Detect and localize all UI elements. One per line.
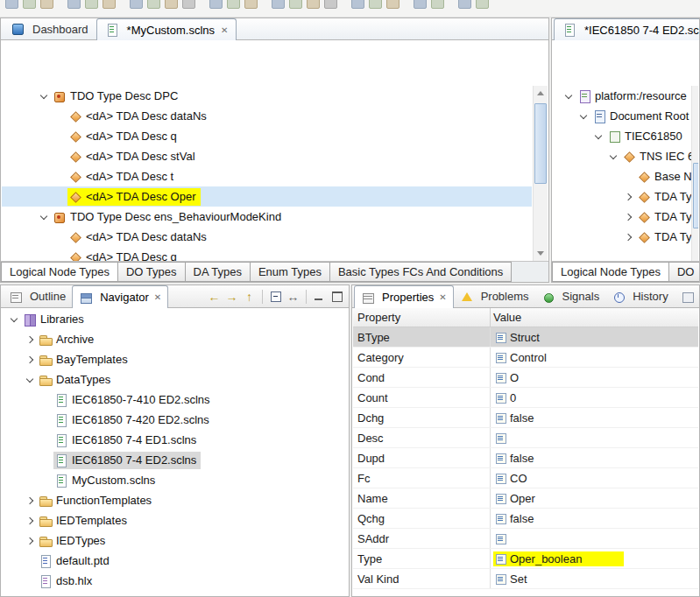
tree-item-iedtypes[interactable]: IEDTypes: [2, 530, 348, 551]
chevron-down-icon[interactable]: [37, 89, 52, 103]
up-icon[interactable]: ↑: [241, 288, 258, 305]
toolbar-icon[interactable]: [103, 0, 116, 9]
close-icon[interactable]: ✕: [154, 292, 161, 302]
property-row-dchg[interactable]: Dchgfalse: [353, 408, 698, 428]
toolbar-icon[interactable]: [23, 0, 36, 9]
chevron-down-icon[interactable]: [562, 89, 576, 103]
tree-item-tiec61850[interactable]: TIEC61850: [553, 126, 691, 146]
view-tab-e[interactable]: E: [675, 285, 700, 307]
chevron-right-icon[interactable]: [23, 333, 38, 347]
tree-item-iec61850-7-4-ed1-sclns[interactable]: IEC61850 7-4 ED1.sclns: [2, 430, 348, 450]
property-row-btype[interactable]: BTypeStruct: [353, 327, 698, 348]
page-tab-basic-types-fcs-and-conditions[interactable]: Basic Types FCs And Conditions: [329, 262, 512, 282]
tree-item-dsb-hlx[interactable]: dsb.hlx: [2, 571, 348, 591]
chevron-down-icon[interactable]: [23, 373, 38, 387]
tree-item-libraries[interactable]: Libraries: [2, 309, 348, 329]
view-tab-signals[interactable]: Signals: [535, 285, 606, 307]
page-tab-enum-types[interactable]: Enum Types: [250, 262, 330, 282]
tree-item-tns-iec-6[interactable]: TNS IEC 6: [553, 146, 691, 166]
toolbar-icon[interactable]: [324, 0, 337, 9]
toolbar-icon[interactable]: [414, 0, 427, 9]
toolbar-icon[interactable]: [289, 0, 302, 9]
editor-tab-iec61850-7-4-ed2-sclns[interactable]: *IEC61850 7-4 ED2.sclns: [554, 18, 700, 40]
view-tab-properties[interactable]: Properties✕: [354, 285, 454, 308]
back-icon[interactable]: ←: [206, 288, 223, 305]
chevron-right-icon[interactable]: [621, 210, 636, 224]
toolbar-icon[interactable]: [85, 0, 98, 9]
property-row-category[interactable]: CategoryControl: [353, 348, 698, 368]
property-row-count[interactable]: Count0: [353, 388, 698, 408]
page-tab-logical-node-types[interactable]: Logical Node Types: [552, 262, 669, 282]
tree-item-mycustom-sclns[interactable]: MyCustom.sclns: [2, 470, 348, 490]
property-row-desc[interactable]: Desc: [353, 428, 698, 448]
toolbar-icon[interactable]: [5, 0, 18, 9]
tree-item-iec61850-7-410-ed2-sclns[interactable]: IEC61850-7-410 ED2.sclns: [2, 390, 348, 410]
tree-item-da-tda-desc-stval[interactable]: <dA> TDA Desc stVal: [2, 146, 532, 166]
page-tab-do-types[interactable]: DO Types: [117, 262, 186, 282]
toolbar-icon[interactable]: [147, 0, 160, 9]
page-tab-do[interactable]: DO: [668, 262, 699, 282]
tree-item-tdo-type-desc-ens-behaviourmodekind[interactable]: TDO Type Desc ens_BehaviourModeKind: [2, 207, 532, 227]
tree-item-archive[interactable]: Archive: [2, 329, 348, 349]
chevron-right-icon[interactable]: [23, 353, 38, 367]
toolbar-icon[interactable]: [227, 0, 240, 9]
property-row-type[interactable]: TypeOper_boolean: [353, 549, 698, 569]
column-header-property[interactable]: Property: [353, 308, 490, 327]
tree-item-base-n[interactable]: Base N: [553, 166, 691, 186]
toolbar-icon[interactable]: [40, 0, 53, 9]
toolbar-icon[interactable]: [165, 0, 178, 9]
link-with-editor-icon[interactable]: ↔: [285, 288, 301, 305]
property-row-qchg[interactable]: Qchgfalse: [353, 509, 698, 529]
chevron-down-icon[interactable]: [606, 150, 621, 164]
maximize-icon[interactable]: [329, 288, 345, 305]
column-header-value[interactable]: Value: [490, 308, 698, 327]
scroll-up-button[interactable]: [534, 86, 548, 101]
view-tab-problems[interactable]: Problems: [454, 285, 535, 307]
property-row-name[interactable]: NameOper: [353, 488, 698, 509]
tree-item-da-tda-desc-datans[interactable]: <dA> TDA Desc dataNs: [2, 106, 532, 126]
vertical-scrollbar[interactable]: [533, 86, 548, 261]
tree-item-iedtemplates[interactable]: IEDTemplates: [2, 510, 348, 530]
chevron-right-icon[interactable]: [621, 230, 636, 244]
toolbar-icon[interactable]: [386, 0, 399, 9]
tree-item-functiontemplates[interactable]: FunctionTemplates: [2, 490, 348, 510]
tree-item-da-tda-desc-q[interactable]: <dA> TDA Desc q: [2, 247, 532, 261]
chevron-right-icon[interactable]: [621, 190, 636, 204]
toolbar-icon[interactable]: [307, 0, 320, 9]
collapse-all-icon[interactable]: [267, 288, 284, 305]
tree-item-datatypes[interactable]: DataTypes: [2, 369, 348, 390]
editor-tab-mycustom-sclns[interactable]: *MyCustom.sclns✕: [96, 18, 237, 40]
editor-tab-dashboard[interactable]: Dashboard: [3, 18, 96, 39]
tree-item-tda-ty[interactable]: TDA Ty: [553, 207, 691, 227]
toolbar-icon[interactable]: [130, 0, 143, 9]
tree-item-da-tda-desc-datans[interactable]: <dA> TDA Desc dataNs: [2, 227, 532, 247]
tree-item-document-root[interactable]: Document Root: [553, 106, 691, 126]
tree-item-tda-ty[interactable]: TDA Ty: [553, 186, 691, 207]
chevron-right-icon[interactable]: [23, 534, 38, 548]
chevron-right-icon[interactable]: [23, 514, 38, 528]
forward-icon[interactable]: →: [223, 288, 240, 305]
tree-item-da-tda-desc-q[interactable]: <dA> TDA Desc q: [2, 126, 532, 146]
page-tab-da-types[interactable]: DA Types: [185, 262, 251, 282]
toolbar-icon[interactable]: [272, 0, 285, 9]
toolbar-icon[interactable]: [351, 0, 364, 9]
page-tab-logical-node-types[interactable]: Logical Node Types: [1, 262, 118, 282]
toolbar-icon[interactable]: [244, 0, 258, 9]
scrollbar-thumb[interactable]: [534, 103, 547, 184]
toolbar-icon[interactable]: [458, 0, 471, 9]
chevron-down-icon[interactable]: [576, 109, 591, 123]
view-tab-history[interactable]: History: [605, 285, 674, 307]
tree-item-platform-resource[interactable]: platform:/resource: [553, 86, 691, 106]
tree-item-da-tda-desc-oper[interactable]: <dA> TDA Desc Oper: [2, 186, 532, 207]
toolbar-icon[interactable]: [67, 0, 81, 9]
vertical-scrollbar[interactable]: [691, 86, 698, 261]
property-row-val-kind[interactable]: Val KindSet: [353, 569, 698, 589]
chevron-down-icon[interactable]: [591, 130, 606, 144]
view-tab-navigator[interactable]: Navigator✕: [72, 285, 168, 308]
tree-item-da-tda-desc-t[interactable]: <dA> TDA Desc t: [2, 166, 532, 186]
tree-item-tdo-type-desc-dpc[interactable]: TDO Type Desc DPC: [2, 86, 532, 106]
scrollbar-thumb[interactable]: [693, 163, 698, 228]
toolbar-icon[interactable]: [476, 0, 489, 9]
chevron-down-icon[interactable]: [37, 210, 52, 224]
property-row-dupd[interactable]: Dupdfalse: [353, 448, 698, 468]
